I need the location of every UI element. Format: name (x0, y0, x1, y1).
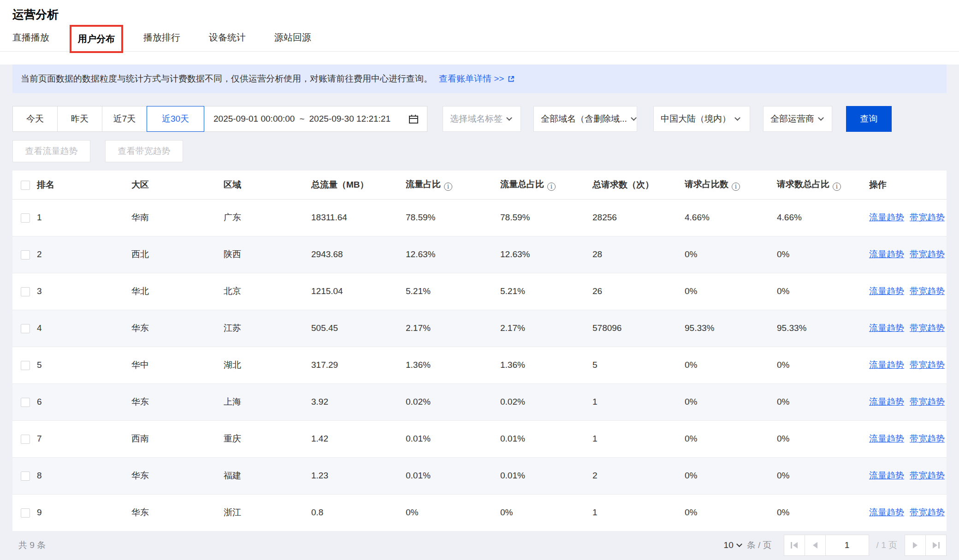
action-row: 查看流量趋势 查看带宽趋势 (12, 140, 947, 162)
cell-total-requests: 5 (592, 347, 685, 383)
cell-traffic-pct: 1.36% (406, 347, 500, 383)
cell-traffic-total-pct: 0.01% (500, 457, 592, 494)
row-checkbox[interactable] (21, 324, 30, 333)
column-header: 区域 (224, 171, 311, 199)
region-select[interactable]: 中国大陆（境内） (653, 106, 750, 132)
isp-select[interactable]: 全部运营商 (763, 106, 832, 132)
traffic-trend-link[interactable]: 流量趋势 (869, 471, 904, 480)
tab-bar: 直播播放用户分布播放排行设备统计源站回源 (12, 23, 340, 52)
row-checkbox[interactable] (21, 250, 30, 259)
cell-region: 西南 (131, 420, 224, 457)
bandwidth-trend-link[interactable]: 带宽趋势 (910, 507, 945, 517)
column-header: 操作 (869, 171, 947, 199)
cell-traffic-pct: 5.21% (406, 273, 500, 310)
cell-traffic-total-pct: 12.63% (500, 236, 592, 273)
cell-total-traffic: 1215.04 (311, 273, 406, 310)
info-icon[interactable]: i (732, 183, 740, 191)
column-header: 总请求数（次） (592, 171, 685, 199)
cell-area: 重庆 (224, 420, 311, 457)
row-checkbox[interactable] (21, 398, 30, 407)
traffic-trend-link[interactable]: 流量趋势 (869, 212, 904, 222)
traffic-trend-link[interactable]: 流量趋势 (869, 397, 904, 407)
bandwidth-trend-link[interactable]: 带宽趋势 (910, 323, 945, 333)
view-traffic-trend-button[interactable]: 查看流量趋势 (12, 140, 90, 162)
cell-region: 华东 (131, 457, 224, 494)
bandwidth-trend-link[interactable]: 带宽趋势 (910, 249, 945, 259)
prev-page-button[interactable] (805, 535, 826, 556)
column-header: 流量占比i (406, 171, 500, 199)
chevron-down-icon (734, 115, 740, 121)
traffic-trend-link[interactable]: 流量趋势 (869, 360, 904, 370)
bandwidth-trend-link[interactable]: 带宽趋势 (910, 471, 945, 480)
range-yesterday-button[interactable]: 昨天 (57, 106, 102, 132)
bandwidth-trend-link[interactable]: 带宽趋势 (910, 212, 945, 222)
traffic-trend-link[interactable]: 流量趋势 (869, 507, 904, 517)
pagination-controls: 10 条 / 页 1 / 1 页 (724, 535, 947, 556)
cell-total-traffic: 505.45 (311, 310, 406, 347)
page-size-select[interactable]: 10 (724, 540, 741, 550)
tab-4[interactable]: 设备统计 (209, 31, 246, 44)
domain-tag-select[interactable]: 选择域名标签 (443, 106, 521, 132)
cell-request-total-pct: 0% (777, 383, 869, 420)
row-checkbox[interactable] (21, 472, 30, 481)
cell-actions: 流量趋势带宽趋势 (869, 347, 947, 383)
last-page-button[interactable] (925, 535, 947, 556)
column-header: 排名 (37, 171, 131, 199)
bandwidth-trend-link[interactable]: 带宽趋势 (910, 397, 945, 407)
domain-tag-select-value: 选择域名标签 (450, 113, 503, 125)
cell-rank: 1 (37, 199, 131, 236)
calendar-icon[interactable] (408, 113, 420, 125)
cell-total-requests: 28256 (592, 199, 685, 236)
cell-area: 上海 (224, 383, 311, 420)
bandwidth-trend-link[interactable]: 带宽趋势 (910, 360, 945, 370)
cell-request-total-pct: 95.33% (777, 310, 869, 347)
first-page-button[interactable] (784, 535, 805, 556)
external-link-icon (507, 75, 515, 83)
info-icon[interactable]: i (547, 183, 556, 191)
tab-5[interactable]: 源站回源 (274, 31, 311, 44)
current-page-input[interactable]: 1 (825, 535, 869, 556)
column-header: 大区 (131, 171, 224, 199)
cell-total-traffic: 1.23 (311, 457, 406, 494)
column-header: 请求数总占比i (777, 171, 869, 199)
traffic-trend-link[interactable]: 流量趋势 (869, 323, 904, 333)
date-end-value: 2025-09-30 12:21:21 (309, 114, 391, 124)
page-size-unit-label: 条 / 页 (747, 539, 772, 551)
view-bill-link[interactable]: 查看账单详情 >> (439, 73, 515, 85)
row-checkbox[interactable] (21, 508, 30, 518)
row-checkbox[interactable] (21, 361, 30, 370)
row-checkbox[interactable] (21, 287, 30, 296)
range-today-button[interactable]: 今天 (12, 106, 57, 132)
cell-request-total-pct: 0% (777, 347, 869, 383)
info-icon[interactable]: i (833, 183, 841, 191)
tab-3[interactable]: 播放排行 (143, 31, 180, 44)
next-page-button[interactable] (905, 535, 926, 556)
date-range-input[interactable]: 2025-09-01 00:00:00 ~ 2025-09-30 12:21:2… (204, 106, 427, 132)
view-bandwidth-trend-button[interactable]: 查看带宽趋势 (105, 140, 183, 162)
tab-2[interactable]: 用户分布 (70, 25, 123, 53)
cell-region: 华北 (131, 273, 224, 310)
cell-rank: 4 (37, 310, 131, 347)
region-select-value: 中国大陆（境内） (661, 113, 731, 125)
domain-select[interactable]: 全部域名（含删除域... (533, 106, 637, 132)
page-size-value: 10 (724, 540, 734, 550)
query-button[interactable]: 查询 (846, 106, 892, 132)
traffic-trend-link[interactable]: 流量趋势 (869, 286, 904, 296)
chevron-down-icon (506, 115, 512, 121)
bandwidth-trend-link[interactable]: 带宽趋势 (910, 286, 945, 296)
range-7days-button[interactable]: 近7天 (102, 106, 147, 132)
cell-traffic-total-pct: 1.36% (500, 347, 592, 383)
row-checkbox[interactable] (21, 213, 30, 223)
row-checkbox[interactable] (21, 435, 30, 444)
range-30days-button[interactable]: 近30天 (147, 106, 204, 132)
cell-rank: 6 (37, 383, 131, 420)
tab-1[interactable]: 直播播放 (12, 31, 49, 44)
table-row: 4华东江苏505.452.17%2.17%57809695.33%95.33%流… (12, 310, 947, 347)
info-icon[interactable]: i (444, 183, 452, 191)
select-all-checkbox[interactable] (21, 181, 30, 190)
cell-rank: 3 (37, 273, 131, 310)
cell-total-traffic: 1.42 (311, 420, 406, 457)
traffic-trend-link[interactable]: 流量趋势 (869, 434, 904, 443)
traffic-trend-link[interactable]: 流量趋势 (869, 249, 904, 259)
bandwidth-trend-link[interactable]: 带宽趋势 (910, 434, 945, 443)
